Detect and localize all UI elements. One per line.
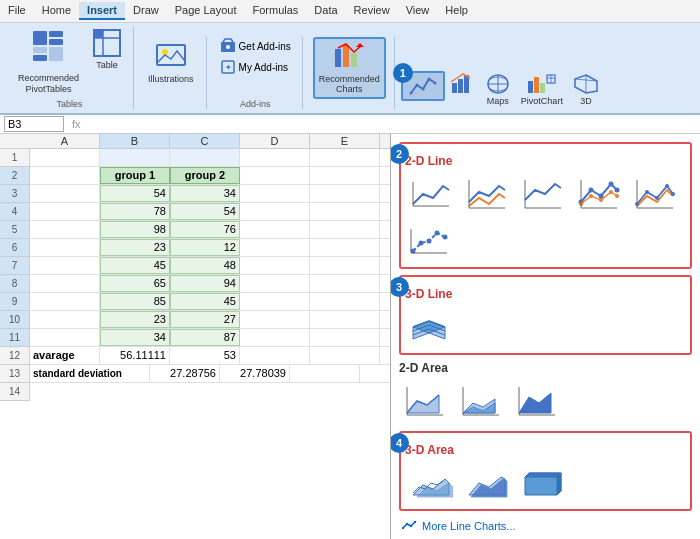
line-icon-1[interactable] [405, 172, 457, 216]
cell-c3[interactable]: 34 [170, 185, 240, 202]
cell-d5[interactable] [240, 221, 310, 238]
cell-c6[interactable]: 12 [170, 239, 240, 256]
cell-e9[interactable] [310, 293, 380, 310]
area-icon-3[interactable] [511, 379, 563, 423]
line-icon-4[interactable] [573, 172, 625, 216]
illustrations-button[interactable]: Illustrations [144, 37, 198, 87]
cell-d11[interactable] [240, 329, 310, 346]
menu-insert[interactable]: Insert [79, 2, 125, 20]
cell-e10[interactable] [310, 311, 380, 328]
cell-b12[interactable]: 56.11111 [100, 347, 170, 364]
pivot-chart-button[interactable]: PivotChart [517, 71, 567, 109]
cell-e8[interactable] [310, 275, 380, 292]
cell-d6[interactable] [240, 239, 310, 256]
area-icon-2[interactable] [455, 379, 507, 423]
cell-d4[interactable] [240, 203, 310, 220]
formula-input[interactable] [85, 118, 696, 130]
cell-d9[interactable] [240, 293, 310, 310]
3d-line-icon-1[interactable] [405, 305, 457, 349]
cell-b1[interactable] [100, 149, 170, 166]
menu-data[interactable]: Data [306, 2, 345, 20]
cell-e2[interactable] [310, 167, 380, 184]
cell-e4[interactable] [310, 203, 380, 220]
maps-button[interactable]: Maps [481, 71, 515, 109]
cell-a7[interactable] [30, 257, 100, 274]
menu-page-layout[interactable]: Page Layout [167, 2, 245, 20]
menu-formulas[interactable]: Formulas [245, 2, 307, 20]
cell-b5[interactable]: 98 [100, 221, 170, 238]
cell-e7[interactable] [310, 257, 380, 274]
recommended-charts-button[interactable]: Recommended Charts [313, 37, 386, 100]
area-icon-1[interactable] [399, 379, 451, 423]
3d-area-icon-3[interactable] [517, 461, 569, 505]
cell-d13[interactable] [290, 365, 360, 382]
cell-c12[interactable]: 53 [170, 347, 240, 364]
line-icon-5[interactable] [629, 172, 681, 216]
menu-help[interactable]: Help [437, 2, 476, 20]
cell-c8[interactable]: 94 [170, 275, 240, 292]
cell-b4[interactable]: 78 [100, 203, 170, 220]
cell-a13-stddev[interactable]: standard deviation [30, 365, 150, 382]
cell-a3[interactable] [30, 185, 100, 202]
menu-file[interactable]: File [0, 2, 34, 20]
cell-a4[interactable] [30, 203, 100, 220]
menu-view[interactable]: View [398, 2, 438, 20]
cell-d12[interactable] [240, 347, 310, 364]
cell-c4[interactable]: 54 [170, 203, 240, 220]
line-icon-6[interactable] [405, 219, 457, 263]
cell-d10[interactable] [240, 311, 310, 328]
cell-b13[interactable]: 27.28756 [150, 365, 220, 382]
3d-area-icon-2[interactable] [461, 461, 513, 505]
menu-home[interactable]: Home [34, 2, 79, 20]
cell-a5[interactable] [30, 221, 100, 238]
cell-b7[interactable]: 45 [100, 257, 170, 274]
3d-button[interactable]: 3D [569, 71, 603, 109]
name-box[interactable] [4, 116, 64, 132]
cell-a6[interactable] [30, 239, 100, 256]
cell-d7[interactable] [240, 257, 310, 274]
cell-b6[interactable]: 23 [100, 239, 170, 256]
cell-b8[interactable]: 65 [100, 275, 170, 292]
cell-e6[interactable] [310, 239, 380, 256]
cell-c5[interactable]: 76 [170, 221, 240, 238]
my-addins-button[interactable]: ✦ My Add-ins [217, 58, 294, 78]
cell-c2-group2[interactable]: group 2 [170, 167, 240, 184]
cell-d8[interactable] [240, 275, 310, 292]
cell-c1[interactable] [170, 149, 240, 166]
cell-b9[interactable]: 85 [100, 293, 170, 310]
table-button[interactable]: Table [89, 27, 125, 73]
cell-d1[interactable] [240, 149, 310, 166]
cell-a10[interactable] [30, 311, 100, 328]
cell-a1[interactable] [30, 149, 100, 166]
cell-a9[interactable] [30, 293, 100, 310]
cell-a8[interactable] [30, 275, 100, 292]
cell-e11[interactable] [310, 329, 380, 346]
cell-c9[interactable]: 45 [170, 293, 240, 310]
cell-a12-avarage[interactable]: avarage [30, 347, 100, 364]
cell-e1[interactable] [310, 149, 380, 166]
cell-b3[interactable]: 54 [100, 185, 170, 202]
line-icon-2[interactable] [461, 172, 513, 216]
cell-c7[interactable]: 48 [170, 257, 240, 274]
menu-review[interactable]: Review [346, 2, 398, 20]
cell-c10[interactable]: 27 [170, 311, 240, 328]
get-addins-button[interactable]: Get Add-ins [217, 37, 294, 57]
cell-c11[interactable]: 87 [170, 329, 240, 346]
cell-e3[interactable] [310, 185, 380, 202]
cell-d3[interactable] [240, 185, 310, 202]
menu-draw[interactable]: Draw [125, 2, 167, 20]
recommended-pivottables-button[interactable]: RecommendedPivotTables [14, 27, 83, 97]
cell-c13[interactable]: 27.78039 [220, 365, 290, 382]
bar-chart-button[interactable] [447, 71, 479, 109]
cell-a2[interactable] [30, 167, 100, 184]
cell-b10[interactable]: 23 [100, 311, 170, 328]
line-icon-3[interactable] [517, 172, 569, 216]
3d-area-icon-1[interactable] [405, 461, 457, 505]
cell-e5[interactable] [310, 221, 380, 238]
cell-b2-group1[interactable]: group 1 [100, 167, 170, 184]
cell-b11[interactable]: 34 [100, 329, 170, 346]
cell-d2[interactable] [240, 167, 310, 184]
more-line-charts-link[interactable]: More Line Charts... [399, 517, 692, 535]
cell-a11[interactable] [30, 329, 100, 346]
cell-e12[interactable] [310, 347, 380, 364]
